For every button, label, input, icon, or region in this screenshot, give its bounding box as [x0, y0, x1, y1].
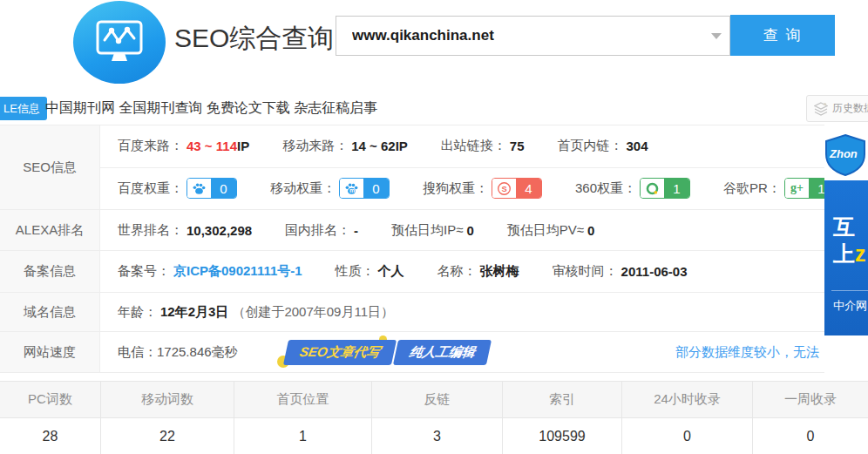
monitor-chart-icon: [92, 17, 146, 68]
google-pr: 谷歌PR： g+ 1: [723, 178, 835, 199]
alexa-label: ALEXA排名: [0, 210, 100, 250]
icp-audit-time: 审核时间： 2011-06-03: [553, 263, 688, 280]
search-input[interactable]: [336, 16, 730, 56]
domestic-rank: 国内排名： -: [285, 222, 358, 239]
baidu-weight-badge[interactable]: 0: [186, 178, 237, 199]
icp-nature: 性质： 个人: [336, 263, 404, 280]
title-info-badge: LE信息: [0, 97, 47, 120]
stats-header-cell: 反链: [371, 382, 502, 417]
svg-text:Zhon: Zhon: [829, 147, 858, 160]
est-daily-pv: 预估日均PV≈ 0: [507, 222, 595, 239]
data-note-link[interactable]: 部分数据维度较小，无法: [675, 344, 819, 361]
baidu-traffic: 百度来路： 43 ~ 114 IP: [118, 138, 249, 154]
site-title-text: 中国期刊网 全国期刊查询 免费论文下载 杂志征稿启事: [45, 99, 377, 118]
stats-value-row: 28 22 1 3 109599 0 0: [0, 418, 868, 454]
stats-value-cell: 0: [752, 418, 868, 454]
icp-label: 备案信息: [0, 251, 100, 292]
360-ring-icon: [641, 179, 664, 198]
sogou-weight: 搜狗权重： S 4: [423, 178, 542, 199]
history-data-button[interactable]: 历史数据: [806, 95, 868, 122]
sogou-s-icon: S: [492, 179, 516, 198]
banner-blue-area: 互 上z 中介网: [824, 180, 868, 335]
stats-value-cell: 1: [234, 418, 371, 454]
page-title: SEO综合查询: [174, 21, 334, 57]
stats-header-cell: 移动词数: [100, 382, 234, 417]
telecom-speed: 电信： 1725.846毫秒: [118, 344, 238, 361]
banner-line1: 互: [833, 213, 868, 240]
360-weight-badge[interactable]: 1: [640, 178, 690, 199]
banner-divider: [831, 290, 868, 291]
banner-logo-area: Zhon: [824, 129, 868, 180]
stats-header-cell: 一周收录: [752, 382, 868, 417]
baidu-mobile-paw-icon: m: [340, 179, 363, 198]
mobile-weight-badge[interactable]: m 0: [339, 178, 390, 199]
seo-writing-ad[interactable]: SEO文章代写 纯人工编辑: [286, 340, 490, 365]
baidu-paw-icon: [187, 179, 211, 198]
outbound-links: 出站链接： 75: [441, 138, 525, 154]
icp-number-link[interactable]: 京ICP备09021111号-1: [173, 263, 302, 280]
seo-main-table: SEO信息 百度来路： 43 ~ 114 IP 移动来路： 14 ~ 62 IP…: [0, 125, 824, 373]
seo-info-row: SEO信息 百度来路： 43 ~ 114 IP 移动来路： 14 ~ 62 IP…: [0, 125, 824, 210]
ad-ribbon-2: 纯人工编辑: [393, 340, 492, 365]
zhongjie-banner-ad[interactable]: Zhon 互 上z 中介网: [824, 129, 868, 335]
stats-value-cell: 109599: [502, 418, 621, 454]
google-plus-icon: g+: [785, 179, 809, 198]
layers-icon: [814, 102, 828, 116]
domain-age: 年龄： 12年2月3日 （创建于2007年09月11日）: [118, 304, 394, 321]
seo-info-content: 百度来路： 43 ~ 114 IP 移动来路： 14 ~ 62 IP 出站链接：…: [100, 125, 868, 209]
alexa-row: ALEXA排名 世界排名： 10,302,298 国内排名： - 预估日均IP≈…: [0, 210, 824, 251]
seo-query-page: SEO综合查询 查 询 LE信息 中国期刊网 全国期刊查询 免费论文下载 杂志征…: [0, 0, 868, 454]
sogou-weight-badge[interactable]: S 4: [492, 178, 542, 199]
seo-info-label: SEO信息: [0, 125, 100, 209]
query-button[interactable]: 查 询: [730, 15, 835, 56]
dropdown-caret-icon[interactable]: [711, 33, 722, 39]
keyword-stats-table: PC词数 移动词数 首页位置 反链 索引 24小时收录 一周收录 28 22 1…: [0, 381, 868, 454]
stats-value-cell: 22: [100, 418, 234, 454]
domain-row: 域名信息 年龄： 12年2月3日 （创建于2007年09月11日）: [0, 293, 824, 332]
alexa-content: 世界排名： 10,302,298 国内排名： - 预估日均IP≈ 0 预估日均P…: [100, 210, 824, 250]
world-rank: 世界排名： 10,302,298: [118, 222, 252, 239]
stats-value-cell: 28: [0, 418, 100, 454]
svg-text:S: S: [501, 185, 506, 193]
icp-name: 名称： 张树梅: [437, 263, 519, 280]
stats-header-cell: 索引: [502, 382, 621, 417]
stats-header-cell: PC词数: [0, 382, 100, 417]
domain-label: 域名信息: [0, 293, 100, 331]
speed-content: 电信： 1725.846毫秒 SEO文章代写 纯人工编辑 部分数据维度较小，无法: [100, 332, 824, 372]
history-data-label: 历史数据: [832, 101, 868, 116]
speed-label: 网站速度: [0, 332, 100, 372]
banner-footer: 中介网: [833, 298, 868, 314]
mobile-weight: 移动权重： m: [270, 178, 390, 199]
icp-number: 备案号： 京ICP备09021111号-1: [118, 263, 302, 280]
traffic-subrow: 百度来路： 43 ~ 114 IP 移动来路： 14 ~ 62 IP 出站链接：…: [100, 125, 868, 168]
mobile-traffic: 移动来路： 14 ~ 62 IP: [282, 138, 408, 154]
360-weight: 360权重： 1: [575, 178, 690, 199]
shield-logo-icon: Zhon: [824, 133, 868, 177]
ad-ribbon-1: SEO文章代写: [282, 340, 396, 365]
stats-value-cell: 0: [621, 418, 752, 454]
baidu-weight: 百度权重： 0: [118, 178, 237, 199]
speed-row: 网站速度 电信： 1725.846毫秒 SEO文章代写 纯人工编辑 部分数据维度…: [0, 332, 824, 373]
homepage-inlinks: 首页内链： 304: [558, 138, 648, 154]
stats-value-cell: 3: [371, 418, 502, 454]
icp-row: 备案信息 备案号： 京ICP备09021111号-1 性质： 个人 名称： 张树…: [0, 251, 824, 293]
icp-content: 备案号： 京ICP备09021111号-1 性质： 个人 名称： 张树梅 审核时…: [100, 251, 824, 292]
domain-content: 年龄： 12年2月3日 （创建于2007年09月11日）: [100, 293, 824, 331]
stats-header-row: PC词数 移动词数 首页位置 反链 索引 24小时收录 一周收录: [0, 382, 868, 418]
banner-line2: 上z: [833, 240, 868, 268]
site-logo: [73, 1, 166, 84]
weights-subrow: 百度权重： 0: [100, 168, 868, 210]
stats-header-cell: 24小时收录: [621, 382, 752, 417]
stats-header-cell: 首页位置: [234, 382, 371, 417]
est-daily-ip: 预估日均IP≈ 0: [391, 222, 474, 239]
